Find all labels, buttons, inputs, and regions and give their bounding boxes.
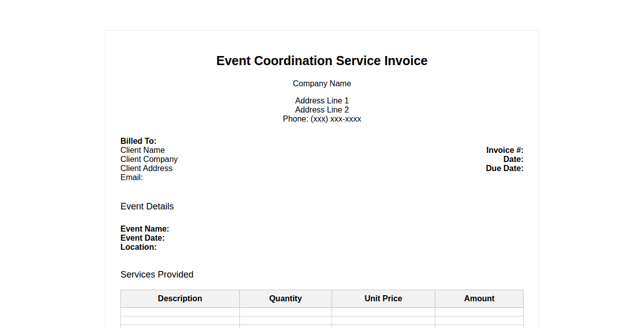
cell-description: [121, 316, 240, 325]
company-address: Address Line 1 Address Line 2 Phone: (xx…: [120, 96, 524, 124]
parties-row: Billed To: Client Name Client Company Cl…: [120, 137, 524, 182]
cell-quantity: [239, 325, 332, 328]
cell-description: [121, 308, 240, 316]
table-header-quantity: Quantity: [239, 290, 332, 308]
invoice-page: Event Coordination Service Invoice Compa…: [105, 30, 539, 328]
company-address-line-1: Address Line 1: [295, 96, 349, 105]
cell-unit-price: [332, 316, 435, 325]
invoice-meta-block: Invoice #: Date: Due Date:: [486, 146, 524, 182]
invoice-date-label: Date:: [486, 155, 524, 164]
client-name: Client Name: [120, 146, 178, 155]
services-provided-heading: Services Provided: [120, 269, 524, 280]
billed-to-block: Billed To: Client Name Client Company Cl…: [120, 137, 178, 182]
table-row: [121, 316, 524, 325]
client-address: Client Address: [120, 164, 178, 173]
table-row: [121, 325, 524, 328]
client-company: Client Company: [120, 155, 178, 164]
event-details-fields: Event Name: Event Date: Location:: [120, 225, 524, 252]
table-header-unit-price: Unit Price: [332, 290, 435, 308]
event-name-label: Event Name:: [120, 225, 524, 234]
company-name: Company Name: [120, 79, 524, 88]
page-title: Event Coordination Service Invoice: [120, 53, 524, 68]
cell-unit-price: [332, 325, 435, 328]
billed-to-heading: Billed To:: [120, 137, 178, 146]
invoice-number-label: Invoice #:: [486, 146, 524, 155]
cell-amount: [435, 325, 524, 328]
event-date-label: Event Date:: [120, 234, 524, 243]
cell-unit-price: [332, 308, 435, 316]
cell-quantity: [239, 316, 332, 325]
invoice-due-date-label: Due Date:: [486, 164, 524, 173]
event-location-label: Location:: [120, 243, 524, 252]
table-header-description: Description: [121, 290, 240, 308]
event-details-heading: Event Details: [120, 201, 524, 212]
table-body: [121, 308, 524, 328]
client-email-label: Email:: [120, 173, 178, 182]
services-table: Description Quantity Unit Price Amount: [120, 290, 524, 328]
table-row: [121, 308, 524, 316]
table-header-row: Description Quantity Unit Price Amount: [121, 290, 524, 308]
company-phone: Phone: (xxx) xxx-xxxx: [283, 115, 361, 123]
cell-quantity: [239, 308, 332, 316]
company-address-line-2: Address Line 2: [295, 105, 349, 114]
cell-description: [121, 325, 240, 328]
cell-amount: [435, 316, 524, 325]
cell-amount: [435, 308, 524, 316]
table-header-amount: Amount: [435, 290, 524, 308]
